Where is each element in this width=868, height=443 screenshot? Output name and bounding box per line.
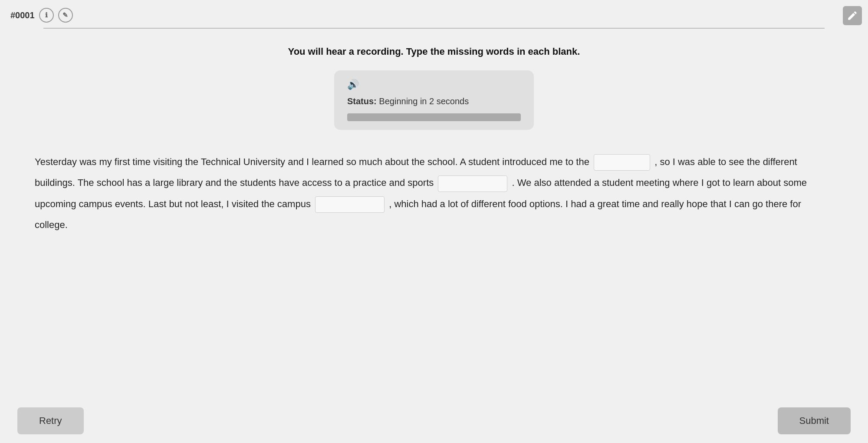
status-line: Status: Beginning in 2 seconds — [347, 96, 521, 106]
submit-button[interactable]: Submit — [778, 407, 851, 434]
status-value: Beginning in 2 seconds — [379, 96, 469, 106]
progress-bar — [347, 113, 521, 121]
info-icon: ℹ — [45, 11, 48, 19]
main-content: You will hear a recording. Type the miss… — [0, 29, 868, 253]
blank-input-3[interactable] — [315, 196, 385, 213]
audio-top: 🔊 — [347, 79, 521, 90]
edit-icon: ✎ — [62, 11, 68, 19]
audio-player: 🔊 Status: Beginning in 2 seconds — [334, 70, 534, 130]
speaker-icon: 🔊 — [347, 79, 359, 90]
status-label: Status: — [347, 96, 377, 106]
info-icon-button[interactable]: ℹ — [39, 8, 54, 23]
corner-pencil-button[interactable] — [843, 6, 862, 25]
retry-button[interactable]: Retry — [17, 407, 84, 434]
passage-text: Yesterday was my first time visiting the… — [26, 152, 842, 236]
pencil-icon — [847, 10, 858, 21]
blank-input-2[interactable] — [438, 175, 507, 192]
passage-before-blank1: Yesterday was my first time visiting the… — [35, 156, 589, 167]
edit-icon-button[interactable]: ✎ — [58, 8, 73, 23]
header: #0001 ℹ ✎ — [0, 0, 868, 23]
instruction-text: You will hear a recording. Type the miss… — [26, 46, 842, 57]
blank-input-1[interactable] — [594, 154, 650, 171]
item-number: #0001 — [10, 10, 35, 20]
footer: Retry Submit — [0, 399, 868, 443]
